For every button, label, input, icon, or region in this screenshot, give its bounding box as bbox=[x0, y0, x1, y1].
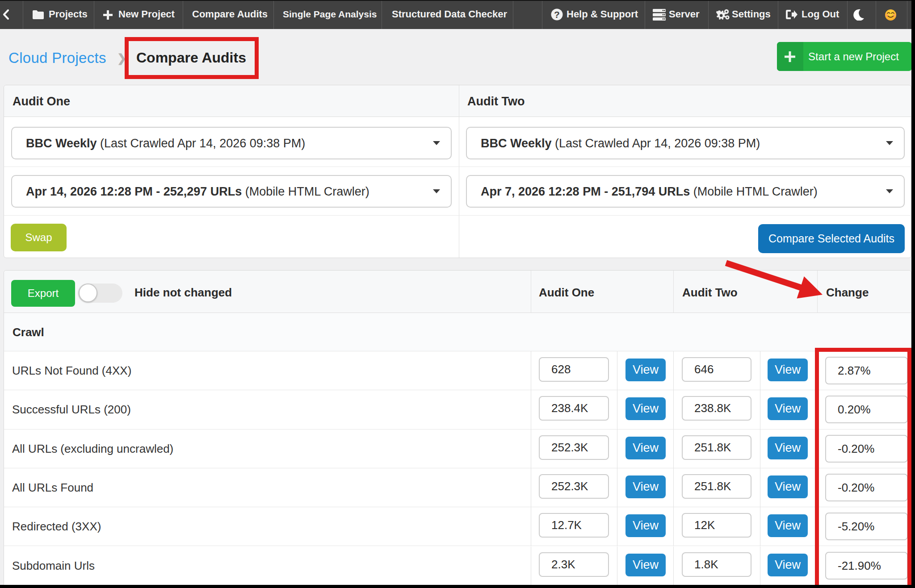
svg-text:?: ? bbox=[554, 9, 560, 20]
